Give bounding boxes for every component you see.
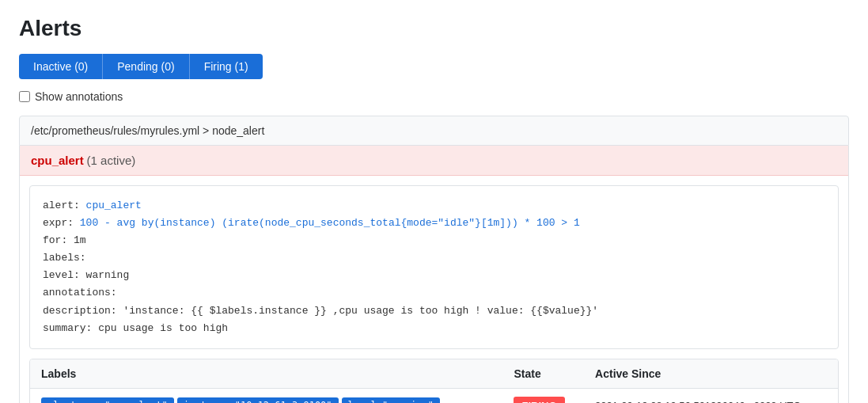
tab-inactive[interactable]: Inactive (0)	[19, 54, 102, 79]
show-annotations-row: Show annotations	[19, 90, 849, 103]
label-tag[interactable]: level="warning"	[342, 397, 440, 403]
breadcrumb: /etc/prometheus/rules/myrules.yml > node…	[19, 116, 849, 146]
label-tag[interactable]: alertname="cpu_alert"	[41, 397, 174, 403]
show-annotations-checkbox[interactable]	[19, 91, 30, 102]
code-line-8: summary: cpu usage is too high	[43, 320, 825, 337]
code-val-alert: cpu_alert	[86, 200, 142, 211]
state-badge: FIRING	[514, 397, 564, 403]
code-line-6: annotations:	[43, 284, 825, 302]
tabs-bar: Inactive (0) Pending (0) Firing (1)	[19, 54, 849, 79]
cell-active-since: 2021-09-12 08:19:56.501296646 +0000 UTC	[584, 388, 838, 403]
alerts-table-section: Labels State Active Since alertname="cpu…	[29, 359, 839, 403]
alert-group: cpu_alert (1 active) alert: cpu_alert ex…	[19, 146, 849, 403]
code-line-1: alert: cpu_alert	[43, 197, 825, 215]
col-state: State	[502, 359, 584, 389]
col-active-since: Active Since	[584, 359, 838, 389]
alerts-table: Labels State Active Since alertname="cpu…	[30, 359, 838, 403]
code-val-expr: 100 - avg by(instance) (irate(node_cpu_s…	[80, 217, 580, 229]
table-header-row: Labels State Active Since	[30, 359, 838, 389]
code-line-2: expr: 100 - avg by(instance) (irate(node…	[43, 215, 825, 232]
code-line-7: description: 'instance: {{ $labels.insta…	[43, 302, 825, 320]
alert-active-count-text: (1 active)	[87, 154, 136, 167]
cell-state: FIRING	[502, 388, 584, 403]
cell-labels: alertname="cpu_alert"instance="10.12.61.…	[30, 388, 502, 403]
col-labels: Labels	[30, 359, 502, 389]
code-key-expr: expr:	[43, 217, 80, 229]
table-row: alertname="cpu_alert"instance="10.12.61.…	[30, 388, 838, 403]
tab-pending[interactable]: Pending (0)	[102, 54, 188, 79]
code-key-alert: alert:	[43, 200, 86, 211]
tab-firing[interactable]: Firing (1)	[189, 54, 263, 79]
code-line-3: for: 1m	[43, 232, 825, 249]
show-annotations-label: Show annotations	[35, 90, 123, 103]
code-line-4: labels:	[43, 249, 825, 267]
code-line-5: level: warning	[43, 267, 825, 284]
page-title: Alerts	[19, 16, 849, 41]
label-tag[interactable]: instance="10.12.61.3:9100"	[177, 397, 339, 403]
alert-name: cpu_alert	[31, 154, 84, 167]
alert-code-block: alert: cpu_alert expr: 100 - avg by(inst…	[29, 185, 839, 349]
alert-header: cpu_alert (1 active)	[20, 146, 848, 176]
